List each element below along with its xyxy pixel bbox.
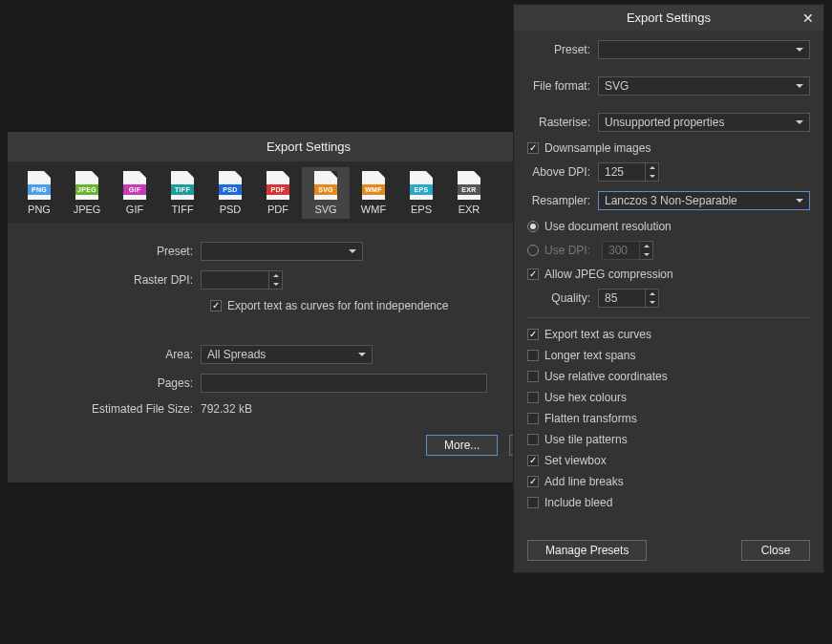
area-label: Area: [19,348,201,361]
quality-value: 85 [605,291,617,305]
export-text-curves-label: Export text as curves [544,328,651,341]
file-type-icon: SVG [314,171,337,200]
format-label: PSD [220,204,242,215]
file-format-value: SVG [605,79,629,93]
estimated-filesize-label: Estimated File Size: [19,402,201,416]
above-dpi-value: 125 [605,165,624,179]
area-select[interactable]: All Spreads [201,345,373,364]
rasterise-label: Rasterise: [527,116,598,129]
preset-label: Preset: [19,245,201,258]
raster-dpi-input[interactable] [201,270,269,290]
above-dpi-input[interactable]: 125 [598,162,646,182]
export-text-curves-checkbox[interactable] [210,300,222,311]
file-format-select[interactable]: SVG [598,76,810,96]
export-settings-advanced-dialog: Export Settings ✕ Preset: File format: S… [513,4,824,573]
rasterise-select[interactable]: Unsupported properties [598,113,810,132]
longer-text-spans-label: Longer text spans [544,349,635,362]
relative-coords-label: Use relative coordinates [544,370,668,383]
format-item-pdf[interactable]: PDFPDF [254,167,302,219]
downsample-label: Downsample images [544,141,651,155]
format-label: TIFF [171,204,193,215]
raster-dpi-stepper[interactable] [269,270,283,290]
manage-presets-button[interactable]: Manage Presets [527,540,647,561]
format-item-psd[interactable]: PSDPSD [206,167,254,219]
preset-label: Preset: [527,43,598,56]
format-label: WMF [361,204,386,215]
allow-jpeg-checkbox[interactable] [527,268,539,280]
format-item-jpeg[interactable]: JPEGJPEG [63,167,111,219]
file-type-icon: PSD [219,171,242,200]
resampler-label: Resampler: [527,194,598,207]
quality-stepper[interactable] [646,289,659,308]
hex-colours-label: Use hex colours [544,391,627,404]
tile-patterns-label: Use tile patterns [544,433,628,446]
file-type-icon: JPEG [75,171,98,200]
format-item-png[interactable]: PNGPNG [15,167,63,219]
rasterise-value: Unsupported properties [605,116,724,129]
pages-input[interactable] [201,374,487,393]
tile-patterns-checkbox[interactable] [527,434,539,445]
above-dpi-label: Above DPI: [527,165,598,179]
set-viewbox-checkbox[interactable] [527,455,539,466]
format-item-svg[interactable]: SVGSVG [302,167,350,219]
export-text-curves-checkbox[interactable] [527,329,539,340]
file-type-icon: EPS [410,171,433,200]
format-item-wmf[interactable]: WMFWMF [350,167,397,219]
downsample-checkbox[interactable] [527,142,539,154]
file-type-icon: WMF [362,171,385,200]
area-value: All Spreads [207,348,266,361]
set-viewbox-label: Set viewbox [544,454,607,467]
format-item-gif[interactable]: GIFGIF [111,167,159,219]
use-document-resolution-radio[interactable] [527,221,539,232]
use-dpi-radio[interactable] [527,245,539,256]
format-label: SVG [314,204,336,215]
pages-label: Pages: [19,376,201,390]
include-bleed-label: Include bleed [544,496,612,509]
format-label: EPS [411,204,432,215]
format-label: PDF [267,204,288,215]
format-label: JPEG [74,204,101,215]
use-dpi-value: 300 [608,244,628,257]
file-format-label: File format: [527,79,598,93]
format-label: PNG [28,204,51,215]
flatten-transforms-label: Flatten transforms [544,412,637,425]
quality-label: Quality: [527,291,598,305]
quality-input[interactable]: 85 [598,289,646,308]
above-dpi-stepper[interactable] [646,162,659,182]
estimated-filesize-value: 792.32 kB [201,402,252,416]
flatten-transforms-checkbox[interactable] [527,413,539,424]
file-type-icon: EXR [458,171,480,200]
use-dpi-input: 300 [602,241,640,260]
raster-dpi-label: Raster DPI: [19,273,201,287]
resampler-value: Lanczos 3 Non-Separable [605,194,737,207]
line-breaks-label: Add line breaks [544,475,624,488]
close-icon[interactable]: ✕ [802,11,814,26]
include-bleed-checkbox[interactable] [527,497,539,508]
file-type-icon: GIF [123,171,146,200]
file-type-icon: PDF [267,171,289,200]
line-breaks-checkbox[interactable] [527,476,539,487]
longer-text-spans-checkbox[interactable] [527,350,539,361]
format-label: EXR [459,204,480,215]
format-item-eps[interactable]: EPSEPS [397,167,445,219]
use-document-resolution-label: Use document resolution [544,220,672,233]
relative-coords-checkbox[interactable] [527,371,539,382]
format-item-exr[interactable]: EXREXR [445,167,493,219]
format-item-tiff[interactable]: TIFFTIFF [159,167,206,219]
more-button[interactable]: More... [426,435,498,456]
dialog-title: Export Settings ✕ [514,5,823,31]
use-dpi-stepper [640,241,653,260]
preset-select[interactable] [201,242,363,261]
export-text-curves-label: Export text as curves for font independe… [227,299,448,312]
allow-jpeg-label: Allow JPEG compression [544,268,673,281]
format-label: GIF [126,204,143,215]
file-type-icon: TIFF [171,171,194,200]
use-dpi-label: Use DPI: [544,244,590,257]
divider [527,317,810,318]
hex-colours-checkbox[interactable] [527,392,539,403]
preset-select[interactable] [598,40,810,59]
resampler-select[interactable]: Lanczos 3 Non-Separable [598,191,810,210]
close-button[interactable]: Close [741,540,810,561]
file-type-icon: PNG [28,171,51,200]
